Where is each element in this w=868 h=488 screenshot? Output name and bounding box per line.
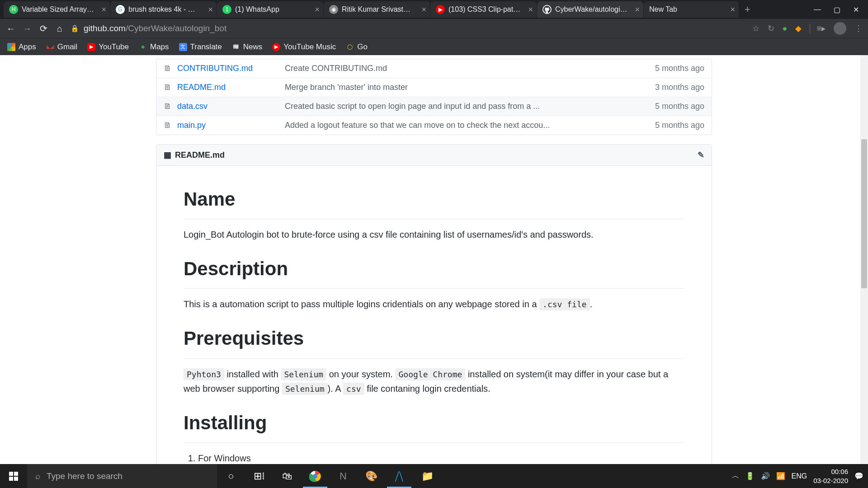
file-name-link[interactable]: README.md [177,83,285,92]
maps-icon: ◆ [139,43,147,51]
readme-filename: README.md [175,150,225,160]
cortana-icon[interactable]: ○ [217,464,245,488]
taskbar-clock[interactable]: 00:06 03-02-2020 [813,467,848,485]
browser-tab-active[interactable]: CyberWake/autologin_ × [537,1,643,18]
tab-title: (1) WhatsApp [235,5,279,14]
translate-bookmark[interactable]: 文 Translate [179,42,222,52]
file-row[interactable]: 🗎 main.py Added a logout feature so that… [156,116,712,135]
bookmark-label: Apps [19,42,36,52]
extension-icon[interactable]: ≡▸ [810,23,826,33]
scrollbar-track[interactable] [860,55,868,464]
close-icon[interactable]: × [730,5,735,14]
close-icon[interactable]: × [421,5,426,14]
file-row[interactable]: 🗎 README.md Merge branch 'master' into m… [156,78,712,97]
extension-icon[interactable]: ◆ [795,23,802,33]
translate-icon: 文 [179,43,187,51]
commit-message: Merge branch 'master' into master [285,83,655,92]
browser-tab[interactable]: ◉ Ritik Kumar Srivastava × [324,1,430,18]
file-list: 🗎 CONTRIBUTING.md Create CONTRIBUTING.md… [156,59,712,135]
apps-bookmark[interactable]: Apps [7,42,36,52]
minimize-icon[interactable]: — [814,5,821,14]
window-controls: — ▢ ✕ [814,5,868,14]
close-icon[interactable]: × [208,5,213,14]
bookmark-star-icon[interactable]: ☆ [752,23,760,33]
notification-icon[interactable]: 💬 [854,472,863,480]
battery-icon[interactable]: 🔋 [745,472,755,480]
close-icon[interactable]: × [315,5,320,14]
clock-time: 00:06 [813,467,848,476]
tab-title: Ritik Kumar Srivastava [342,5,414,14]
maximize-icon[interactable]: ▢ [834,5,840,14]
browser-tab[interactable]: H Variable Sized Arrays | | × [4,1,110,18]
gmail-bookmark[interactable]: ◣◢ Gmail [46,42,77,52]
start-button[interactable] [0,464,27,488]
commit-age: 5 months ago [655,102,704,111]
news-bookmark[interactable]: 📰 News [232,42,263,52]
commit-message: Added a logout feature so that we can mo… [285,121,655,130]
youtube-bookmark[interactable]: ▶ YouTube [87,42,129,52]
file-icon: 🗎 [164,102,173,111]
profile-avatar[interactable] [834,22,846,35]
close-icon[interactable]: × [101,5,106,14]
home-button[interactable]: ⌂ [54,23,65,34]
heading-name: Name [184,184,684,219]
file-explorer-icon[interactable]: 📁 [413,464,441,488]
file-name-link[interactable]: main.py [177,121,285,130]
browser-tab[interactable]: ▶ (103) CSS3 Clip-path T × [430,1,537,18]
file-name-link[interactable]: CONTRIBUTING.md [177,64,285,73]
vscode-icon[interactable]: ⧸⧹ [385,464,413,488]
tray-chevron-icon[interactable]: ︿ [732,471,739,481]
close-icon[interactable]: × [635,5,640,14]
reload-button[interactable]: ⟳ [38,23,49,34]
tab-favicon: H [9,5,18,14]
kebab-menu-icon[interactable]: ⋮ [854,23,863,33]
store-icon[interactable]: 🛍 [273,464,301,488]
file-row[interactable]: 🗎 CONTRIBUTING.md Create CONTRIBUTING.md… [156,59,712,78]
bookmark-label: YouTube Music [283,42,336,52]
app-icon[interactable]: 🎨 [357,464,385,488]
volume-icon[interactable]: 🔊 [761,472,770,480]
github-icon [542,5,552,14]
browser-tab[interactable]: New Tab × [644,1,739,18]
new-tab-button[interactable]: + [739,4,756,15]
heading-installing: Installing [184,408,684,443]
scrollbar-thumb[interactable] [861,139,867,288]
extension-icon[interactable]: ● [783,24,788,33]
youtube-music-bookmark[interactable]: ▶ YouTube Music [272,42,336,52]
commit-age: 3 months ago [655,83,704,92]
tab-favicon: G [116,5,125,14]
go-icon: ◯ [346,43,354,51]
commit-age: 5 months ago [655,64,704,73]
inline-code: Google Chrome [395,368,465,380]
chrome-taskbar-icon[interactable] [301,464,329,488]
edit-icon[interactable]: ✎ [698,150,704,160]
extension-icon[interactable]: ↻ [768,23,774,33]
close-icon[interactable]: × [528,5,533,14]
close-window-icon[interactable]: ✕ [853,5,859,14]
bookmark-label: YouTube [99,42,129,52]
forward-button[interactable]: → [22,23,33,34]
wifi-icon[interactable]: 📶 [776,472,785,480]
notion-icon[interactable]: N [329,464,357,488]
maps-bookmark[interactable]: ◆ Maps [139,42,169,52]
task-view-icon[interactable]: ⊞⁞ [245,464,273,488]
browser-tab[interactable]: G brush strokes 4k - Goo × [110,1,217,18]
bookmark-label: Gmail [57,42,77,52]
language-indicator[interactable]: ENG [792,472,807,480]
browser-toolbar: ← → ⟳ ⌂ 🔒 github.com/CyberWake/autologin… [0,19,868,38]
commit-message: Created basic script to open login page … [285,102,655,111]
address-bar[interactable]: 🔒 github.com/CyberWake/autologin_bot [71,23,747,33]
go-bookmark[interactable]: ◯ Go [346,42,368,52]
back-button[interactable]: ← [5,23,16,34]
news-icon: 📰 [232,43,240,51]
bookmark-label: Go [357,42,368,52]
list-text: For Windows [198,453,251,463]
bookmarks-bar: Apps ◣◢ Gmail ▶ YouTube ◆ Maps 文 Transla… [0,38,868,55]
browser-tab[interactable]: 1 (1) WhatsApp × [217,1,323,18]
taskbar-search[interactable]: ⌕ Type here to search [27,464,217,488]
file-row[interactable]: 🗎 data.csv Created basic script to open … [156,97,712,116]
readme-header: ▦ README.md ✎ [156,145,712,166]
file-name-link[interactable]: data.csv [177,102,285,111]
readme-paragraph: This is a automation script to pass mult… [184,297,684,311]
inline-code: Selenium [282,383,328,395]
